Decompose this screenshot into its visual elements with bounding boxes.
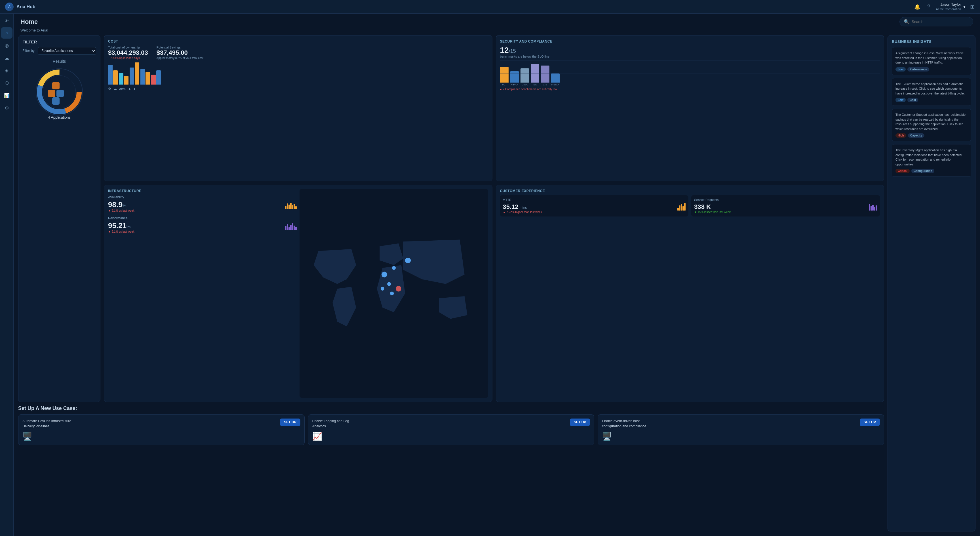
tco-change: + 2.43% up in last 7 days — [108, 56, 148, 60]
performance-spark — [285, 222, 297, 230]
bar-group-3 — [130, 62, 139, 85]
svg-rect-8 — [52, 97, 60, 105]
tag-performance-1: Performance — [907, 67, 929, 72]
insight-text-1: A significant change in East / West netw… — [896, 51, 967, 65]
bar — [140, 69, 145, 85]
infrastructure-card: Infrastructure Availability 98.9% — [104, 185, 492, 402]
search-box[interactable]: 🔍 — [899, 17, 973, 26]
user-menu[interactable]: Jason Taylor Acme Corporation ▾ — [936, 2, 966, 11]
tag-config-4: Configuration — [912, 169, 935, 173]
insight-tags-3: High Capacity — [896, 133, 967, 138]
main-layout: ≫ ⌂ ◎ ☁ ◈ ⬡ 📊 ⚙ Home 🔍 Welcome to Aria! … — [0, 14, 980, 536]
mttr-label: MTTR — [503, 198, 686, 201]
filter-card: FILTER Filter by: Favorite Applications … — [18, 35, 100, 402]
usecase-card-3: Enable event-driven host configuration a… — [598, 414, 884, 445]
filter-title: FILTER — [22, 40, 96, 44]
world-map — [299, 189, 488, 398]
filter-select[interactable]: Favorite Applications All Applications — [38, 47, 96, 54]
security-sub: benchmarks are below the SLO line — [500, 55, 880, 58]
bar-group-1 — [108, 65, 118, 85]
service-requests-change: ▼ 15% lesser than last week — [694, 211, 877, 214]
cloud-icon-4: ▲ — [128, 87, 131, 91]
sidebar-item-settings[interactable]: ⚙ — [1, 102, 13, 113]
bar — [130, 67, 134, 85]
user-name-text: Jason Taylor — [936, 2, 961, 7]
insight-item-1[interactable]: A significant change in East / West netw… — [892, 47, 971, 75]
comp-bar-iso: ISO — [531, 64, 539, 86]
infra-title: Infrastructure — [108, 189, 297, 193]
availability-spark — [285, 201, 297, 209]
user-dropdown-icon: ▾ — [963, 4, 966, 10]
insight-item-3[interactable]: The Customer Support application has rec… — [892, 108, 971, 141]
bar-group-4 — [140, 69, 150, 85]
sidebar-item-analytics[interactable]: 📊 — [1, 90, 13, 101]
bar — [108, 65, 113, 85]
cloud-icon-5: ● — [134, 87, 135, 91]
search-input[interactable] — [912, 19, 969, 24]
performance-label: Performance — [108, 216, 297, 220]
insight-text-3: The Customer Support application has rec… — [896, 112, 967, 131]
sidebar-item-cloud[interactable]: ☁ — [1, 52, 13, 64]
usecase-title: Set Up A New Use Case: — [18, 405, 884, 412]
tco-label: Total cost of ownership — [108, 46, 148, 49]
apps-grid-icon[interactable]: ⊞ — [970, 3, 975, 10]
usecase-illustration-2: 📈 — [312, 432, 363, 441]
savings-block: Potential Savings $37,495.00 Approximate… — [157, 46, 204, 60]
insights-title: BUSINESS INSIGHTS — [892, 40, 971, 44]
performance-change: ▼ 2.1% vs last week — [108, 230, 297, 233]
app-title: Aria Hub — [16, 4, 35, 10]
performance-metric: Performance 95.21% — [108, 216, 297, 233]
donut-chart — [34, 66, 85, 118]
availability-metric: Availability 98.9% — [108, 195, 297, 212]
bar — [135, 62, 139, 85]
setup-button-1[interactable]: SET UP — [280, 418, 300, 426]
savings-sub: Approximately 8.3% of your total cost — [157, 56, 204, 60]
insight-tags-2: Low Cost — [896, 98, 967, 102]
svg-point-14 — [396, 286, 401, 291]
cloud-icon-2: ☁ — [113, 87, 117, 91]
app-logo: A — [5, 3, 14, 11]
bar-group-5 — [151, 70, 161, 85]
performance-unit: % — [127, 224, 130, 229]
usecase-section: Set Up A New Use Case: Automate DevOps I… — [18, 405, 884, 531]
sidebar-item-monitor[interactable]: ◈ — [1, 65, 13, 76]
compliance-note-icon: ● — [500, 88, 502, 91]
security-card-title: Security and Compliance — [500, 40, 880, 43]
svg-rect-7 — [56, 90, 64, 97]
savings-label: Potential Savings — [157, 46, 204, 49]
security-card: Security and Compliance 12/15 benchmarks… — [496, 35, 885, 181]
svg-point-15 — [390, 291, 394, 295]
bar — [124, 76, 129, 85]
service-requests-value: 338 K — [694, 203, 711, 211]
dashboard-grid: FILTER Filter by: Favorite Applications … — [14, 35, 980, 536]
sidebar-item-topology[interactable]: ⬡ — [1, 77, 13, 89]
availability-value: 98.9 — [108, 200, 123, 209]
comp-bar-pci: PCI — [500, 67, 509, 86]
cost-bar-chart — [108, 62, 488, 85]
map-svg — [299, 189, 488, 398]
welcome-text: Welcome to Aria! — [14, 27, 980, 35]
user-org-text: Acme Corporation — [936, 7, 961, 11]
svg-rect-5 — [52, 82, 60, 89]
compliance-chart: PCI HIPAA DISA ISO — [500, 61, 880, 86]
service-requests-label: Service Requests — [694, 198, 877, 201]
service-requests-spark — [869, 203, 877, 211]
bar — [113, 70, 118, 85]
availability-label: Availability — [108, 195, 297, 199]
top-navigation: A Aria Hub 🔔 ? Jason Taylor Acme Corpora… — [0, 0, 980, 14]
savings-value: $37,495.00 — [157, 49, 204, 56]
setup-button-3[interactable]: SET UP — [860, 418, 880, 426]
tag-high-3: High — [896, 133, 906, 138]
insight-item-4[interactable]: The Inventory Mgmt application has high … — [892, 144, 971, 177]
usecase-text-2: Enable Logging and Log Analytics — [312, 418, 363, 429]
sidebar-toggle[interactable]: ≫ — [2, 16, 11, 25]
insight-item-2[interactable]: The E-Commerce application has had a dra… — [892, 78, 971, 106]
setup-button-2[interactable]: SET UP — [570, 418, 590, 426]
cloud-icon-3: AWS — [119, 88, 126, 91]
help-button[interactable]: ? — [926, 3, 931, 11]
mttr-spark — [677, 203, 686, 211]
sidebar-item-home[interactable]: ⌂ — [1, 27, 13, 38]
cost-card: Cost Total cost of ownership $3,044,293.… — [104, 35, 492, 181]
sidebar-item-discover[interactable]: ◎ — [1, 40, 13, 51]
notification-button[interactable]: 🔔 — [913, 3, 921, 11]
